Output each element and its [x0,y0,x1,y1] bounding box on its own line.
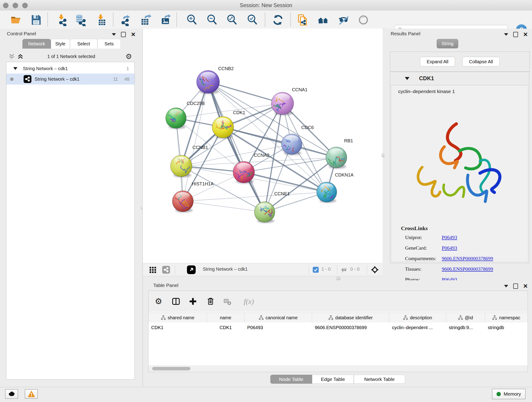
cell-namespace[interactable]: stringdb [485,322,527,332]
hide-selected-button[interactable] [337,13,350,27]
delete-table-button[interactable] [222,296,233,307]
float-panel-icon[interactable] [513,32,518,37]
tab-network-table[interactable]: Network Table [354,375,405,384]
hidden-eye-slash-icon[interactable] [340,266,348,274]
cell-shared-name[interactable]: CDK1 [148,322,207,332]
panel-menu-icon[interactable] [504,285,508,287]
panel-menu-icon[interactable] [112,33,116,36]
cell-id[interactable]: stringdb:9... [446,322,485,332]
string-home-button[interactable] [317,13,330,27]
network-collection-row[interactable]: String Network – cdk1 1 [6,63,134,74]
detach-view-icon[interactable] [187,265,196,274]
network-edge[interactable] [223,127,336,157]
crosslink-uniprot[interactable]: P06493 [442,235,457,240]
network-share-icon [24,75,32,83]
tab-string[interactable]: String [437,39,458,48]
copy-network-button[interactable] [296,13,310,27]
network-node-CCNA2[interactable] [233,161,256,187]
column-header-shared-name[interactable]: shared name [148,313,207,322]
column-header-name[interactable]: name [207,313,244,322]
network-list-view-icon[interactable] [162,266,170,274]
float-panel-icon[interactable] [513,283,518,289]
panel-menu-icon[interactable] [504,33,508,36]
collapse-all-button[interactable]: Collapse All [462,57,500,66]
tab-style[interactable]: Style [51,39,70,49]
show-all-button[interactable] [357,13,370,27]
table-row[interactable]: CDK1 CDK1 P06493 9606.ENSP00000378699 cy… [148,322,528,332]
fit-content-button[interactable] [225,13,239,27]
tab-node-table[interactable]: Node Table [270,375,312,384]
scrollbar-thumb[interactable] [152,367,190,370]
export-table-button[interactable] [139,13,152,27]
apply-function-button[interactable]: f(x) [240,296,258,307]
network-node-CDC25B[interactable] [166,108,186,131]
tab-network[interactable]: Network [22,39,51,49]
crosslink-genecard[interactable]: P06493 [442,245,457,251]
save-session-button[interactable] [30,13,43,27]
node-label: RB1 [344,138,353,143]
hierarchy-icon [403,315,408,320]
network-edge[interactable] [183,201,265,212]
grid-view-icon[interactable] [149,266,157,274]
network-edge[interactable] [208,82,265,212]
network-node-RB1[interactable] [326,147,347,170]
column-header-canonical-name[interactable]: canonical name [244,313,312,322]
close-panel-icon[interactable]: ✕ [523,284,528,288]
zoom-out-button[interactable] [206,13,219,27]
network-node-CCNB1[interactable] [171,153,192,177]
tree-expand-icon[interactable] [13,67,17,70]
network-node-CCNE1[interactable] [254,202,275,223]
create-column-button[interactable] [187,296,198,307]
table-horizontal-scrollbar[interactable] [148,366,528,372]
cell-description[interactable]: cyclin–dependent ... [389,322,446,332]
expand-all-button[interactable]: Expand All [420,57,455,66]
zoom-in-button[interactable] [185,13,199,27]
column-header-description[interactable]: description [389,313,446,322]
open-session-button[interactable] [9,13,23,27]
crosslink-tissues[interactable]: 9606.ENSP00000378699 [442,266,493,272]
close-panel-icon[interactable]: ✕ [523,32,528,37]
network-view-canvas[interactable]: CCNB2CCNA1CDC25BCDK1CDC6RB1CCNB1CCNA2CDK… [143,29,383,263]
import-network-from-file-button[interactable] [56,13,69,27]
column-header-namespace[interactable]: namespac [485,313,527,322]
protein-section-header[interactable]: CDK1 [390,72,529,85]
network-node-HIST1H1A[interactable] [172,190,193,212]
show-columns-button[interactable] [171,296,181,307]
export-image-button[interactable] [159,13,172,27]
export-network-button[interactable] [119,13,133,27]
node-table-container: ⚙ [148,291,528,372]
selected-checkbox-icon[interactable] [313,267,319,273]
column-header-id[interactable]: @id [446,313,485,322]
network-node-CCNB2[interactable] [192,70,220,94]
tab-select[interactable]: Select [70,39,97,49]
memory-button[interactable]: Memory [492,389,526,399]
warnings-button[interactable] [25,389,38,399]
window-title: Session: New Session [0,2,532,8]
cell-database-identifier[interactable]: 9606.ENSP00000378699 [312,322,389,332]
refresh-view-button[interactable] [271,13,285,27]
tab-edge-table[interactable]: Edge Table [312,375,354,384]
protein-section: CDK1 cyclin–dependent kinase 1 CrossLink… [390,72,529,263]
delete-column-button[interactable] [205,296,216,307]
network-node-CCNA1[interactable] [270,92,294,115]
network-row[interactable]: String Network – cdk1 11 48 [6,74,134,85]
column-header-database-identifier[interactable]: database identifier [312,313,389,322]
import-table-from-file-button[interactable] [94,13,108,27]
network-node-CDKN1A[interactable] [317,182,337,203]
birdseye-navigator-icon[interactable] [371,266,379,274]
cell-name[interactable]: CDK1 [207,322,244,332]
crosslink-compartments[interactable]: 9606.ENSP00000378699 [442,255,493,262]
string-network-graph[interactable]: CCNB2CCNA1CDC25BCDK1CDC6RB1CCNB1CCNA2CDK… [143,29,383,263]
cloud-status-button[interactable] [5,389,18,399]
cell-canonical-name[interactable]: P06493 [244,322,312,332]
network-options-gear-icon[interactable]: ⚙ [126,52,132,61]
table-options-button[interactable]: ⚙ [153,296,164,307]
float-panel-icon[interactable] [121,32,126,37]
network-node-CDK1[interactable] [212,116,234,139]
import-network-from-database-button[interactable] [74,13,87,27]
zoom-selected-button[interactable] [246,13,259,27]
column-label: name [220,315,231,320]
close-panel-icon[interactable]: ✕ [131,32,136,37]
section-collapse-icon[interactable] [405,77,409,80]
tab-sets[interactable]: Sets [97,39,121,49]
